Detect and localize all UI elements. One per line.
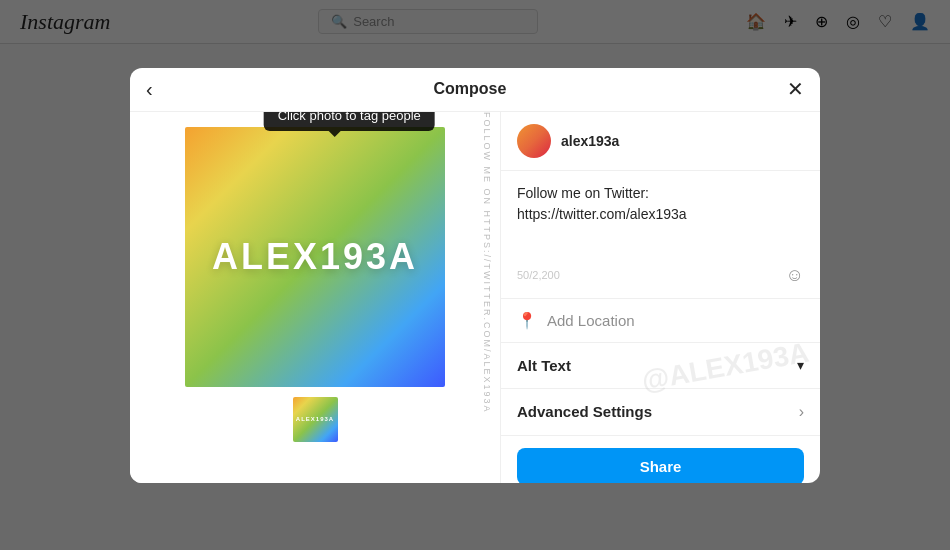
chevron-down-icon: ▾ — [797, 357, 804, 373]
vertical-watermark: FOLLOW ME ON HTTPS://TWITTER.COM/ALEX193… — [482, 112, 492, 483]
thumbnail-text: ALEX193A — [296, 416, 334, 422]
close-icon: ✕ — [787, 77, 804, 101]
location-icon: 📍 — [517, 311, 537, 330]
modal-overlay: ‹ Compose ✕ Click photo to tag people AL… — [0, 0, 950, 550]
avatar — [517, 124, 551, 158]
alt-text-row[interactable]: Alt Text ▾ — [501, 343, 820, 389]
alt-text-label: Alt Text — [517, 357, 571, 374]
caption-area: 50/2,200 ☺ — [501, 171, 820, 299]
close-button[interactable]: ✕ — [787, 77, 804, 101]
main-image-container[interactable]: ALEX193A — [185, 127, 445, 387]
left-panel: Click photo to tag people ALEX193A ALEX1… — [130, 112, 500, 483]
tag-tooltip: Click photo to tag people — [264, 112, 435, 131]
share-btn-container: Share — [501, 436, 820, 483]
modal-title: Compose — [433, 80, 506, 98]
caption-footer: 50/2,200 ☺ — [517, 265, 804, 286]
advanced-settings-row[interactable]: Advanced Settings › — [501, 389, 820, 436]
modal-body: Click photo to tag people ALEX193A ALEX1… — [130, 112, 820, 483]
thumbnail-strip: ALEX193A — [278, 397, 353, 442]
caption-input[interactable] — [517, 183, 804, 253]
chevron-right-icon: › — [799, 403, 804, 421]
char-count: 50/2,200 — [517, 269, 560, 281]
back-button[interactable]: ‹ — [146, 78, 153, 101]
right-panel: alex193a 50/2,200 ☺ 📍 Add Location — [500, 112, 820, 483]
main-image: ALEX193A — [185, 127, 445, 387]
share-button[interactable]: Share — [517, 448, 804, 483]
image-text: ALEX193A — [212, 236, 418, 278]
thumbnail-item[interactable]: ALEX193A — [293, 397, 338, 442]
compose-modal: ‹ Compose ✕ Click photo to tag people AL… — [130, 68, 820, 483]
user-row: alex193a — [501, 112, 820, 171]
modal-header: ‹ Compose ✕ — [130, 68, 820, 112]
location-input: Add Location — [547, 312, 804, 329]
chevron-left-icon: ‹ — [146, 78, 153, 101]
advanced-settings-label: Advanced Settings — [517, 403, 652, 420]
emoji-button[interactable]: ☺ — [786, 265, 804, 286]
username-label: alex193a — [561, 133, 619, 149]
location-row[interactable]: 📍 Add Location — [501, 299, 820, 343]
